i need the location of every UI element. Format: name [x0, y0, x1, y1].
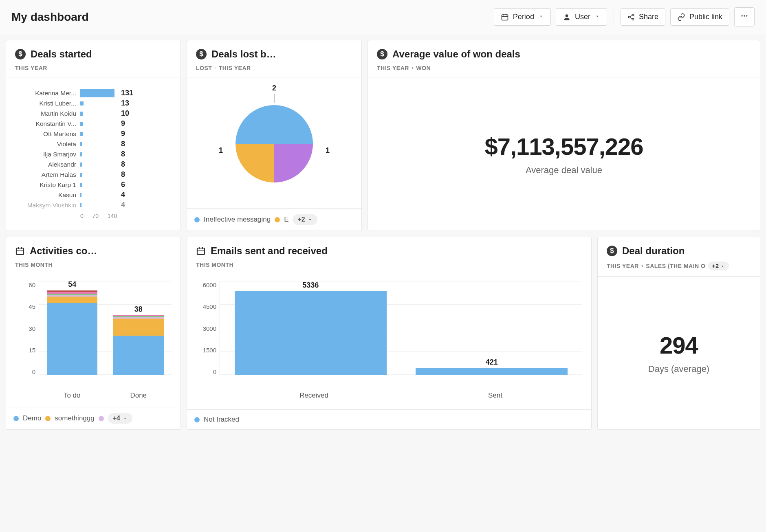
chevron-down-icon [594, 13, 600, 21]
svg-rect-9 [197, 248, 205, 255]
legend-dot-icon [45, 416, 51, 421]
hbar-value: 8 [121, 170, 125, 179]
hbar-value: 131 [121, 89, 133, 97]
hbar-row: Kristo Karp 16 [15, 180, 172, 190]
hbar-value: 9 [121, 119, 125, 128]
hbar-row: Katerina Mer...131 [15, 88, 172, 98]
legend-dot-icon [99, 416, 104, 421]
metric-label: Days (average) [648, 364, 709, 374]
deals-lost-pie-chart: 2 1 1 [196, 85, 352, 199]
hbar-label: Martin Koidu [15, 110, 76, 117]
pie-data-label: 2 [272, 84, 276, 92]
link-icon [677, 13, 685, 21]
hbar-label: Aleksandr [15, 161, 76, 168]
filter-more-pill[interactable]: +2 [708, 262, 729, 270]
svg-rect-8 [16, 248, 24, 255]
hbar-row: Konstantin V...9 [15, 119, 172, 129]
card-legend: Not tracked [187, 409, 591, 429]
card-subtitle: THIS YEAR [15, 65, 172, 71]
metric-value: $7,113,557,226 [484, 133, 643, 160]
hbar-value: 6 [121, 180, 125, 189]
hbar-row: Kasun4 [15, 190, 172, 200]
hbar-value: 13 [121, 99, 129, 108]
hbar-label: Kasun [15, 191, 76, 199]
card-average-value: $ Average value of won deals THIS YEAR •… [368, 40, 760, 231]
more-icon [740, 12, 748, 22]
activities-chart: 60 45 30 15 0 5438 [15, 281, 172, 387]
divider [614, 10, 614, 24]
hbar-value: 8 [121, 160, 125, 169]
hbar-label: Violeta [15, 141, 76, 148]
hbar-row: Maksym Viushkin4 [15, 200, 172, 210]
chevron-down-icon [538, 13, 544, 21]
card-deals-lost: $ Deals lost b… LOST · THIS YEAR 2 [187, 40, 362, 231]
card-emails: Emails sent and received THIS MONTH 6000… [187, 237, 592, 430]
x-axis-label: Sent [488, 391, 502, 400]
card-subtitle: THIS YEAR • SALES (THE MAIN O +2 [607, 262, 751, 270]
legend-item-label: somethinggg [55, 414, 94, 422]
public-link-button[interactable]: Public link [670, 8, 729, 26]
x-axis-label: Done [130, 391, 147, 400]
bar-data-label: 38 [134, 305, 143, 314]
header-actions: Period User Share Public link [494, 7, 755, 26]
x-axis-label: To do [64, 391, 81, 400]
svg-point-5 [742, 15, 743, 16]
hbar-label: Katerina Mer... [15, 90, 76, 97]
hbar-row: Ilja Smarjov8 [15, 149, 172, 159]
svg-point-7 [746, 15, 747, 16]
calendar-icon [501, 13, 509, 21]
legend-dot-icon [194, 217, 200, 222]
svg-point-2 [632, 14, 634, 16]
x-axis-ticks: 0 70 140 [80, 213, 117, 219]
card-subtitle: THIS MONTH [15, 262, 172, 268]
card-legend: Ineffective messaging E +2 [187, 208, 361, 231]
hbar-row: Ott Martens9 [15, 129, 172, 139]
share-button[interactable]: Share [621, 8, 665, 26]
hbar-value: 4 [121, 191, 125, 199]
user-icon [563, 13, 571, 21]
svg-point-6 [744, 15, 745, 16]
deals-started-chart: Katerina Mer...131Kristi Luber...13Marti… [15, 88, 172, 210]
metric-label: Average deal value [526, 165, 602, 176]
user-label: User [575, 13, 590, 21]
more-button[interactable] [734, 7, 755, 26]
hbar-label: Ilja Smarjov [15, 151, 76, 158]
card-title: Average value of won deals [392, 48, 520, 60]
hbar-label: Ott Martens [15, 130, 76, 138]
card-title: Emails sent and received [211, 245, 328, 257]
legend-item-label: E [284, 215, 288, 224]
hbar-value: 10 [121, 109, 129, 118]
dashboard-header: My dashboard Period User Share [0, 0, 766, 34]
dollar-icon: $ [607, 246, 617, 256]
pie-data-label: 1 [219, 146, 223, 155]
emails-chart: 6000 4500 3000 1500 0 5336421 [196, 281, 582, 387]
legend-dot-icon [275, 217, 280, 222]
svg-rect-0 [502, 15, 508, 20]
dollar-icon: $ [196, 49, 207, 59]
card-activities: Activities co… THIS MONTH 60 45 30 15 0 … [6, 237, 181, 430]
share-label: Share [639, 13, 658, 21]
x-axis-label: Received [299, 391, 328, 400]
period-button[interactable]: Period [494, 8, 551, 26]
calendar-icon [196, 246, 206, 256]
hbar-value: 8 [121, 150, 125, 158]
pie-data-label: 1 [326, 146, 330, 155]
hbar-value: 4 [121, 201, 125, 209]
svg-point-1 [566, 14, 568, 17]
user-button[interactable]: User [556, 8, 607, 26]
dollar-icon: $ [15, 49, 26, 59]
hbar-row: Aleksandr8 [15, 159, 172, 169]
svg-point-4 [632, 18, 634, 20]
hbar-value: 8 [121, 140, 125, 148]
legend-more-pill[interactable]: +2 [293, 214, 317, 225]
svg-point-3 [628, 16, 630, 18]
hbar-value: 9 [121, 130, 125, 138]
card-subtitle: THIS MONTH [196, 262, 582, 268]
hbar-label: Kristo Karp 1 [15, 181, 76, 189]
dollar-icon: $ [377, 49, 387, 59]
legend-more-pill[interactable]: +4 [108, 413, 132, 424]
legend-item-label: Demo [23, 414, 41, 422]
card-title: Deal duration [622, 245, 685, 257]
hbar-label: Konstantin V... [15, 120, 76, 128]
card-title: Deals started [31, 48, 92, 60]
